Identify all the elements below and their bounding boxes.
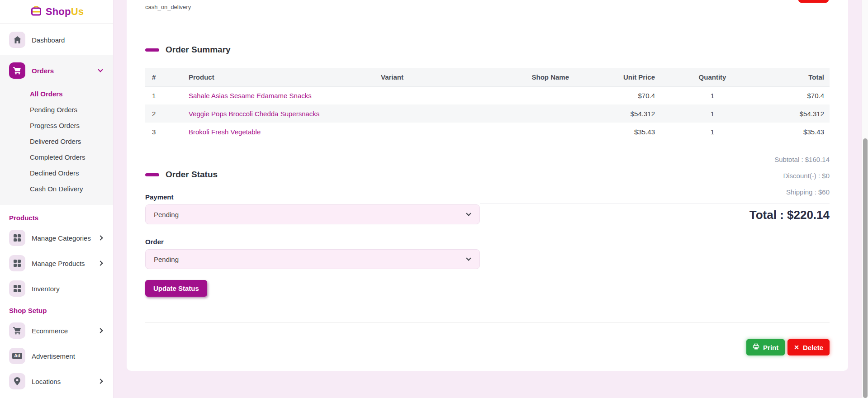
order-status-heading: Order Status bbox=[145, 170, 480, 180]
row-number: 3 bbox=[145, 123, 183, 141]
order-status-label: Order bbox=[145, 238, 480, 246]
total-cell: $54.312 bbox=[764, 104, 830, 123]
table-row: 1 Sahale Asias Sesame Edamame Snacks $70… bbox=[145, 86, 830, 104]
sidebar-section-shop-setup: Shop Setup bbox=[9, 307, 113, 314]
sidebar-item-locations[interactable]: Locations bbox=[9, 372, 106, 390]
variant-cell bbox=[375, 86, 498, 104]
home-icon bbox=[9, 32, 25, 48]
sidebar-item-manage-categories[interactable]: Manage Categories bbox=[9, 229, 106, 247]
update-status-button[interactable]: Update Status bbox=[145, 280, 207, 297]
column-header-shop-name: Shop Name bbox=[498, 68, 574, 86]
payment-status-select[interactable]: Pending bbox=[145, 204, 480, 224]
delete-button-label: Delete bbox=[803, 344, 823, 351]
column-header-quantity: Quantity bbox=[660, 68, 764, 86]
product-link[interactable]: Sahale Asias Sesame Edamame Snacks bbox=[189, 92, 312, 100]
quantity-cell: 1 bbox=[660, 104, 764, 123]
table-row: 2 Veggie Pops Broccoli Chedda Supersnack… bbox=[145, 104, 830, 123]
product-link[interactable]: Brokoli Fresh Vegetable bbox=[189, 128, 261, 136]
sidebar-item-label: Inventory bbox=[32, 285, 60, 293]
column-header-total: Total bbox=[764, 68, 830, 86]
actions-row: Print ✕ Delete bbox=[145, 339, 830, 355]
ad-icon: Ad bbox=[9, 348, 25, 364]
sidebar-item-manage-products[interactable]: Manage Products bbox=[9, 254, 106, 272]
unit-price-cell: $54.312 bbox=[574, 104, 660, 123]
table-row: 3 Brokoli Fresh Vegetable $35.43 1 $35.4… bbox=[145, 123, 830, 141]
sidebar-subitem-all-orders[interactable]: All Orders bbox=[0, 86, 113, 102]
chevron-down-icon bbox=[466, 211, 471, 216]
column-header-variant: Variant bbox=[375, 68, 498, 86]
chevron-down-icon bbox=[98, 67, 103, 72]
printer-icon bbox=[753, 343, 759, 351]
sidebar-item-ecommerce[interactable]: Ecommerce bbox=[9, 322, 106, 340]
shop-name-cell bbox=[498, 104, 574, 123]
heading-accent-pill bbox=[145, 173, 159, 176]
subtotal-text: Subtotal : $160.14 bbox=[480, 152, 830, 168]
quantity-cell: 1 bbox=[660, 123, 764, 141]
table-header: # Product Variant Shop Name Unit Price Q… bbox=[145, 68, 830, 86]
sidebar-item-advertisement[interactable]: Ad Advertisement bbox=[9, 347, 106, 365]
brand-name: ShopUs bbox=[46, 6, 84, 18]
cart-icon bbox=[9, 62, 25, 79]
orders-menu-group: Orders All Orders Pending Orders Progres… bbox=[0, 55, 113, 205]
row-number: 1 bbox=[145, 86, 183, 104]
chevron-right-icon bbox=[98, 328, 103, 333]
sidebar-subitem-cash-on-delivery[interactable]: Cash On Delivery bbox=[0, 181, 113, 197]
product-link[interactable]: Veggie Pops Broccoli Chedda Supersnacks bbox=[189, 110, 319, 118]
sidebar-item-orders[interactable]: Orders bbox=[9, 62, 106, 80]
order-detail-card: cash_on_delivery Order Summary # Product… bbox=[127, 0, 848, 371]
sidebar-subitem-completed-orders[interactable]: Completed Orders bbox=[0, 149, 113, 165]
unit-price-cell: $35.43 bbox=[574, 123, 660, 141]
delete-button[interactable]: ✕ Delete bbox=[787, 339, 830, 355]
sidebar-item-inventory[interactable]: Inventory bbox=[9, 280, 106, 298]
order-status-section: Order Status Payment Pending Order Pendi… bbox=[145, 152, 480, 297]
sidebar-subitem-declined-orders[interactable]: Declined Orders bbox=[0, 165, 113, 181]
variant-cell bbox=[375, 123, 498, 141]
shop-name-cell bbox=[498, 123, 574, 141]
x-icon: ✕ bbox=[794, 344, 799, 351]
brand-logo[interactable]: ShopUs bbox=[0, 0, 113, 24]
page-title: Order Summary bbox=[166, 45, 231, 55]
heading-accent-pill bbox=[145, 48, 159, 52]
actions-divider bbox=[145, 322, 830, 323]
sidebar-item-label: Ecommerce bbox=[32, 327, 68, 335]
print-button[interactable]: Print bbox=[746, 339, 785, 355]
sidebar-subitem-progress-orders[interactable]: Progress Orders bbox=[0, 118, 113, 133]
column-header-product: Product bbox=[183, 68, 375, 86]
orders-submenu: All Orders Pending Orders Progress Order… bbox=[0, 86, 113, 197]
order-status-select[interactable]: Pending bbox=[145, 249, 480, 269]
shopping-bag-logo-icon bbox=[29, 4, 43, 19]
sidebar-subitem-pending-orders[interactable]: Pending Orders bbox=[0, 102, 113, 118]
sidebar-item-label: Orders bbox=[32, 67, 54, 75]
sidebar-item-label: Dashboard bbox=[32, 36, 65, 44]
grid-icon bbox=[9, 280, 25, 297]
row-number: 2 bbox=[145, 104, 183, 123]
payment-status-label: Payment bbox=[145, 193, 480, 201]
shipping-text: Shipping : $60 bbox=[480, 184, 830, 200]
chevron-right-icon bbox=[98, 235, 103, 240]
total-cell: $70.4 bbox=[764, 86, 830, 104]
column-header-unit-price: Unit Price bbox=[574, 68, 660, 86]
unit-price-cell: $70.4 bbox=[574, 86, 660, 104]
cart-icon bbox=[9, 322, 25, 339]
page-scrollbar[interactable] bbox=[862, 0, 868, 398]
chevron-down-icon bbox=[466, 256, 471, 261]
scrollbar-thumb[interactable] bbox=[863, 138, 868, 398]
variant-cell bbox=[375, 104, 498, 123]
chevron-right-icon bbox=[98, 379, 103, 384]
shop-name-cell bbox=[498, 86, 574, 104]
grid-icon bbox=[9, 255, 25, 271]
clipped-delete-button[interactable] bbox=[798, 0, 829, 3]
order-status-value: Pending bbox=[154, 256, 179, 263]
section-title: Order Status bbox=[166, 170, 218, 180]
location-pin-icon bbox=[9, 373, 25, 389]
total-cell: $35.43 bbox=[764, 123, 830, 141]
grid-icon bbox=[9, 230, 25, 246]
sidebar-item-dashboard[interactable]: Dashboard bbox=[9, 31, 106, 49]
sidebar: ShopUs Dashboard Orders All Orders Pendi… bbox=[0, 0, 114, 398]
quantity-cell: 1 bbox=[660, 86, 764, 104]
column-header-num: # bbox=[145, 68, 183, 86]
totals-section: Subtotal : $160.14 Discount(-) : $0 Ship… bbox=[480, 152, 830, 297]
sidebar-subitem-delivered-orders[interactable]: Delivered Orders bbox=[0, 133, 113, 149]
chevron-right-icon bbox=[98, 261, 103, 265]
discount-text: Discount(-) : $0 bbox=[480, 168, 830, 184]
